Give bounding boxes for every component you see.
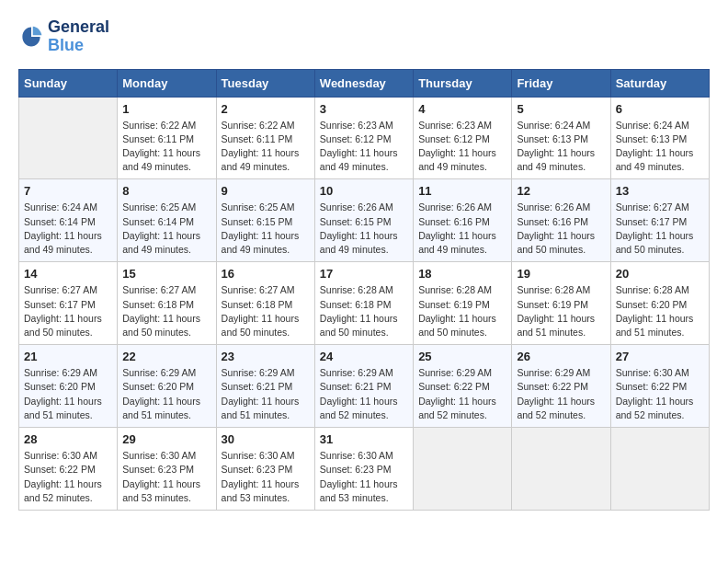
day-detail: Sunrise: 6:26 AMSunset: 6:16 PMDaylight:… — [418, 201, 506, 257]
day-detail: Sunrise: 6:30 AMSunset: 6:23 PMDaylight:… — [122, 449, 210, 505]
day-detail: Sunrise: 6:29 AMSunset: 6:20 PMDaylight:… — [24, 366, 112, 422]
calendar-cell: 1Sunrise: 6:22 AMSunset: 6:11 PMDaylight… — [118, 97, 216, 179]
day-number: 14 — [24, 267, 112, 281]
day-detail: Sunrise: 6:28 AMSunset: 6:19 PMDaylight:… — [418, 283, 506, 339]
day-detail: Sunrise: 6:30 AMSunset: 6:22 PMDaylight:… — [616, 366, 704, 422]
day-detail: Sunrise: 6:22 AMSunset: 6:11 PMDaylight:… — [122, 119, 210, 175]
day-number: 21 — [24, 350, 112, 363]
day-number: 7 — [24, 184, 112, 198]
day-detail: Sunrise: 6:27 AMSunset: 6:18 PMDaylight:… — [122, 283, 210, 339]
calendar-cell: 4Sunrise: 6:23 AMSunset: 6:12 PMDaylight… — [414, 97, 512, 179]
weekday-header: Monday — [118, 69, 216, 97]
calendar-cell: 17Sunrise: 6:28 AMSunset: 6:18 PMDayligh… — [314, 262, 413, 345]
day-number: 31 — [320, 432, 408, 446]
day-number: 2 — [222, 102, 310, 116]
logo-text: General Blue — [48, 18, 109, 55]
day-detail: Sunrise: 6:29 AMSunset: 6:22 PMDaylight:… — [418, 366, 506, 422]
day-number: 16 — [222, 267, 310, 281]
day-detail: Sunrise: 6:23 AMSunset: 6:12 PMDaylight:… — [418, 119, 506, 175]
calendar-cell: 25Sunrise: 6:29 AMSunset: 6:22 PMDayligh… — [414, 345, 512, 428]
day-detail: Sunrise: 6:24 AMSunset: 6:13 PMDaylight:… — [616, 119, 704, 175]
day-detail: Sunrise: 6:28 AMSunset: 6:18 PMDaylight:… — [320, 283, 408, 339]
calendar-cell: 8Sunrise: 6:25 AMSunset: 6:14 PMDaylight… — [118, 179, 216, 262]
day-number: 22 — [122, 350, 210, 363]
calendar-cell — [512, 428, 610, 511]
day-number: 8 — [122, 184, 210, 198]
day-number: 1 — [122, 102, 210, 116]
calendar-cell: 22Sunrise: 6:29 AMSunset: 6:20 PMDayligh… — [118, 345, 216, 428]
weekday-header: Wednesday — [314, 69, 413, 97]
calendar-cell: 11Sunrise: 6:26 AMSunset: 6:16 PMDayligh… — [414, 179, 512, 262]
day-detail: Sunrise: 6:24 AMSunset: 6:14 PMDaylight:… — [24, 201, 112, 257]
day-number: 3 — [320, 102, 408, 116]
day-number: 15 — [122, 267, 210, 281]
weekday-header: Tuesday — [216, 69, 314, 97]
weekday-header: Thursday — [414, 69, 512, 97]
day-number: 4 — [418, 102, 506, 116]
calendar-cell — [414, 428, 512, 511]
calendar-cell — [19, 97, 118, 179]
logo-icon — [18, 24, 44, 50]
calendar-cell: 30Sunrise: 6:30 AMSunset: 6:23 PMDayligh… — [216, 428, 314, 511]
page-header: General Blue — [18, 18, 710, 55]
calendar-cell: 24Sunrise: 6:29 AMSunset: 6:21 PMDayligh… — [314, 345, 413, 428]
day-number: 10 — [320, 184, 408, 198]
calendar-table: SundayMondayTuesdayWednesdayThursdayFrid… — [18, 69, 710, 511]
day-number: 27 — [616, 350, 704, 363]
day-detail: Sunrise: 6:25 AMSunset: 6:14 PMDaylight:… — [122, 201, 210, 257]
day-number: 30 — [222, 432, 310, 446]
day-detail: Sunrise: 6:24 AMSunset: 6:13 PMDaylight:… — [517, 119, 605, 175]
day-number: 24 — [320, 350, 408, 363]
calendar-week-row: 28Sunrise: 6:30 AMSunset: 6:22 PMDayligh… — [19, 428, 710, 511]
day-detail: Sunrise: 6:29 AMSunset: 6:22 PMDaylight:… — [517, 366, 605, 422]
calendar-cell: 2Sunrise: 6:22 AMSunset: 6:11 PMDaylight… — [216, 97, 314, 179]
day-detail: Sunrise: 6:29 AMSunset: 6:20 PMDaylight:… — [122, 366, 210, 422]
day-number: 23 — [222, 350, 310, 363]
day-number: 25 — [418, 350, 506, 363]
weekday-header: Saturday — [610, 69, 709, 97]
calendar-cell: 10Sunrise: 6:26 AMSunset: 6:15 PMDayligh… — [314, 179, 413, 262]
day-detail: Sunrise: 6:28 AMSunset: 6:19 PMDaylight:… — [517, 283, 605, 339]
day-number: 29 — [122, 432, 210, 446]
calendar-cell: 6Sunrise: 6:24 AMSunset: 6:13 PMDaylight… — [610, 97, 709, 179]
day-detail: Sunrise: 6:27 AMSunset: 6:17 PMDaylight:… — [24, 283, 112, 339]
day-number: 5 — [517, 102, 605, 116]
calendar-cell: 15Sunrise: 6:27 AMSunset: 6:18 PMDayligh… — [118, 262, 216, 345]
calendar-week-row: 7Sunrise: 6:24 AMSunset: 6:14 PMDaylight… — [19, 179, 710, 262]
calendar-week-row: 1Sunrise: 6:22 AMSunset: 6:11 PMDaylight… — [19, 97, 710, 179]
day-detail: Sunrise: 6:30 AMSunset: 6:23 PMDaylight:… — [320, 449, 408, 505]
day-number: 6 — [616, 102, 704, 116]
day-number: 28 — [24, 432, 112, 446]
day-number: 18 — [418, 267, 506, 281]
day-number: 19 — [517, 267, 605, 281]
day-detail: Sunrise: 6:22 AMSunset: 6:11 PMDaylight:… — [222, 119, 310, 175]
calendar-cell — [610, 428, 709, 511]
day-detail: Sunrise: 6:30 AMSunset: 6:23 PMDaylight:… — [222, 449, 310, 505]
day-detail: Sunrise: 6:26 AMSunset: 6:16 PMDaylight:… — [517, 201, 605, 257]
day-detail: Sunrise: 6:27 AMSunset: 6:17 PMDaylight:… — [616, 201, 704, 257]
day-detail: Sunrise: 6:29 AMSunset: 6:21 PMDaylight:… — [222, 366, 310, 422]
calendar-cell: 23Sunrise: 6:29 AMSunset: 6:21 PMDayligh… — [216, 345, 314, 428]
day-number: 11 — [418, 184, 506, 198]
calendar-cell: 5Sunrise: 6:24 AMSunset: 6:13 PMDaylight… — [512, 97, 610, 179]
day-detail: Sunrise: 6:27 AMSunset: 6:18 PMDaylight:… — [222, 283, 310, 339]
day-number: 26 — [517, 350, 605, 363]
calendar-cell: 13Sunrise: 6:27 AMSunset: 6:17 PMDayligh… — [610, 179, 709, 262]
day-number: 13 — [616, 184, 704, 198]
day-number: 17 — [320, 267, 408, 281]
calendar-cell: 20Sunrise: 6:28 AMSunset: 6:20 PMDayligh… — [610, 262, 709, 345]
calendar-cell: 3Sunrise: 6:23 AMSunset: 6:12 PMDaylight… — [314, 97, 413, 179]
calendar-cell: 18Sunrise: 6:28 AMSunset: 6:19 PMDayligh… — [414, 262, 512, 345]
day-detail: Sunrise: 6:23 AMSunset: 6:12 PMDaylight:… — [320, 119, 408, 175]
logo: General Blue — [18, 18, 109, 55]
calendar-week-row: 14Sunrise: 6:27 AMSunset: 6:17 PMDayligh… — [19, 262, 710, 345]
weekday-header-row: SundayMondayTuesdayWednesdayThursdayFrid… — [19, 69, 710, 97]
calendar-cell: 28Sunrise: 6:30 AMSunset: 6:22 PMDayligh… — [19, 428, 118, 511]
day-number: 9 — [222, 184, 310, 198]
calendar-cell: 7Sunrise: 6:24 AMSunset: 6:14 PMDaylight… — [19, 179, 118, 262]
day-detail: Sunrise: 6:29 AMSunset: 6:21 PMDaylight:… — [320, 366, 408, 422]
calendar-cell: 29Sunrise: 6:30 AMSunset: 6:23 PMDayligh… — [118, 428, 216, 511]
weekday-header: Sunday — [19, 69, 118, 97]
calendar-cell: 14Sunrise: 6:27 AMSunset: 6:17 PMDayligh… — [19, 262, 118, 345]
calendar-week-row: 21Sunrise: 6:29 AMSunset: 6:20 PMDayligh… — [19, 345, 710, 428]
